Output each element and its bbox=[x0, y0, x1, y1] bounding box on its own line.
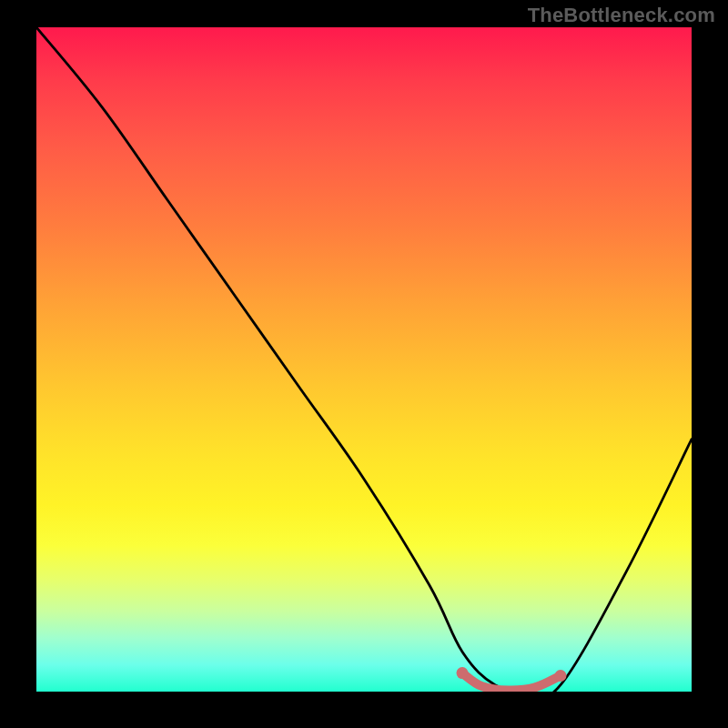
bottleneck-curve-line bbox=[36, 27, 692, 692]
plot-area bbox=[36, 27, 692, 692]
optimal-range-end-dot bbox=[555, 670, 567, 682]
optimal-range-highlight bbox=[462, 673, 561, 691]
optimal-range-start-dot bbox=[457, 667, 469, 679]
chart-svg bbox=[36, 27, 692, 692]
watermark-text: TheBottleneck.com bbox=[528, 4, 715, 27]
chart-frame: TheBottleneck.com bbox=[0, 0, 728, 728]
